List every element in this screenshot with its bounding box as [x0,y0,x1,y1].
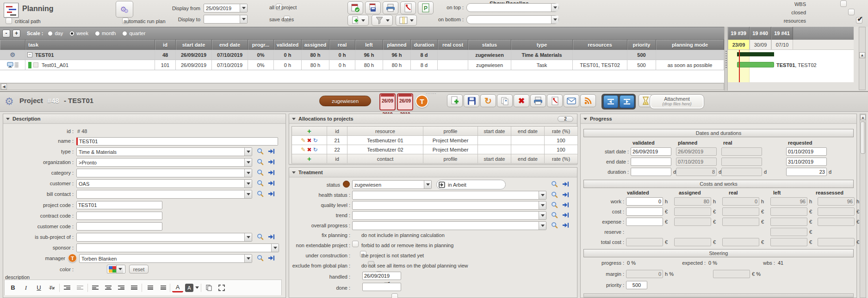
avatar[interactable]: T [415,95,428,108]
refresh-icon[interactable]: ↻ [313,137,318,144]
col-left[interactable]: left [355,40,383,50]
cost-validated-field[interactable] [626,207,663,216]
col-status[interactable]: status [468,40,511,50]
display-from-select[interactable]: 25/09/2019 [204,4,248,12]
treatment-panel-header[interactable]: Treatment [289,168,577,177]
fix-planning-checkbox[interactable] [352,241,359,247]
chevron-down-icon[interactable] [244,158,252,166]
refresh-button[interactable]: ↻ [480,94,496,107]
col-priority[interactable]: priority [627,40,656,50]
col-type[interactable]: type [511,40,573,50]
chevron-down-icon[interactable] [244,190,252,198]
customer-select[interactable]: OAS [76,179,252,188]
chevron-down-icon[interactable] [244,148,252,156]
chevron-down-icon[interactable] [244,180,252,188]
previous-item-button[interactable] [603,95,618,108]
closed-checkbox[interactable] [848,9,855,15]
chevron-down-icon[interactable] [244,233,252,241]
jump-to-icon[interactable] [268,169,275,176]
search-icon[interactable] [257,158,264,166]
jump-to-icon[interactable] [562,212,570,219]
project-code-field[interactable] [76,201,162,209]
chevron-down-icon[interactable] [424,181,431,189]
chevron-down-icon[interactable] [195,286,199,291]
jump-to-icon[interactable] [562,191,570,199]
duration-validated-field[interactable] [631,168,671,176]
jump-to-icon[interactable] [268,190,275,198]
display-to-select[interactable] [204,15,248,24]
wbs-checkbox[interactable] [840,0,847,7]
scroll-up-button[interactable]: ▲ [860,115,866,120]
resources-checkbox[interactable]: ✔ [856,17,862,24]
drag-handle[interactable] [15,62,19,68]
italic-button[interactable]: I [20,282,31,293]
col-planned[interactable]: planned [383,40,411,50]
task-cell[interactable]: − TEST01 [25,50,155,60]
col-task[interactable]: task [25,40,155,50]
edit-icon[interactable]: ✎ [301,137,305,144]
align-right-button[interactable] [116,282,127,293]
col-validated[interactable]: validated [274,40,302,50]
description-panel-header[interactable]: Description [3,114,285,124]
rss-button[interactable] [580,94,596,107]
zoom-in-button[interactable]: + [12,30,20,37]
bold-button[interactable]: B [7,282,19,293]
subproject-select[interactable] [76,233,252,242]
expense-validated-field[interactable] [626,218,663,226]
run-plan-button[interactable]: ⚙⚙ [116,1,133,18]
handled-date-field[interactable] [362,272,401,280]
scale-month-radio[interactable] [95,31,100,36]
detail-vertical-scrollbar[interactable]: ▲ [860,114,866,298]
col-real-cost[interactable]: real cost [438,40,468,50]
scroll-up-button[interactable]: ▲ [859,52,865,58]
collapse-toggle[interactable]: − [27,52,32,57]
delete-icon[interactable]: ✖ [307,146,311,153]
customer-code-field[interactable] [76,222,162,231]
baseline-bottom-select[interactable] [466,15,559,24]
bill-contact-select[interactable] [76,190,252,199]
category-select[interactable] [76,169,252,177]
scale-week-radio[interactable] [69,31,74,36]
ordered-list-button[interactable] [144,282,155,293]
end-date-calendar-icon[interactable]: 26/092019 [397,93,413,110]
quality-level-select[interactable] [352,201,546,210]
work-validated-field[interactable] [626,197,663,206]
delete-button[interactable]: ✖ [514,94,529,107]
chevron-down-icon[interactable] [271,244,279,252]
trend-select[interactable] [352,211,546,220]
copy-button[interactable] [497,94,513,107]
align-left-button[interactable] [90,282,101,293]
pdf-export-button[interactable] [400,1,416,14]
justify-button[interactable] [129,282,140,293]
end-requested-field[interactable] [786,158,827,166]
table-horizontal-scrollbar[interactable]: ◀ [0,83,724,90]
chevron-down-icon[interactable] [244,255,252,262]
col-start-date[interactable]: start date [176,40,212,50]
chevron-down-icon[interactable] [539,222,546,230]
name-field[interactable] [76,137,278,146]
col-id[interactable]: id [155,40,176,50]
new-button[interactable] [447,94,463,107]
search-icon[interactable] [551,222,558,229]
jump-to-icon[interactable] [268,233,275,241]
search-icon[interactable] [551,201,558,209]
print-button[interactable] [383,1,398,14]
search-icon[interactable] [257,255,264,262]
chevron-down-icon[interactable] [551,16,558,24]
source-button[interactable] [203,282,214,293]
chevron-down-icon[interactable] [551,4,558,12]
underline-button[interactable]: U [33,282,44,293]
row-checkbox[interactable] [33,62,38,67]
refresh-icon[interactable]: ↻ [313,146,318,153]
chevron-down-icon[interactable] [116,265,124,273]
done-checkbox[interactable] [391,293,398,298]
contract-code-field[interactable] [76,212,162,220]
col-assigned[interactable]: assigned [302,40,329,50]
chevron-down-icon[interactable] [240,4,247,12]
start-date-calendar-icon[interactable]: 26/092019 [379,93,396,110]
bg-color-button[interactable]: A [185,284,193,292]
end-validated-field[interactable] [631,158,671,166]
duration-requested-field[interactable] [786,168,827,176]
search-icon[interactable] [257,148,264,155]
fullscreen-button[interactable] [216,282,227,293]
